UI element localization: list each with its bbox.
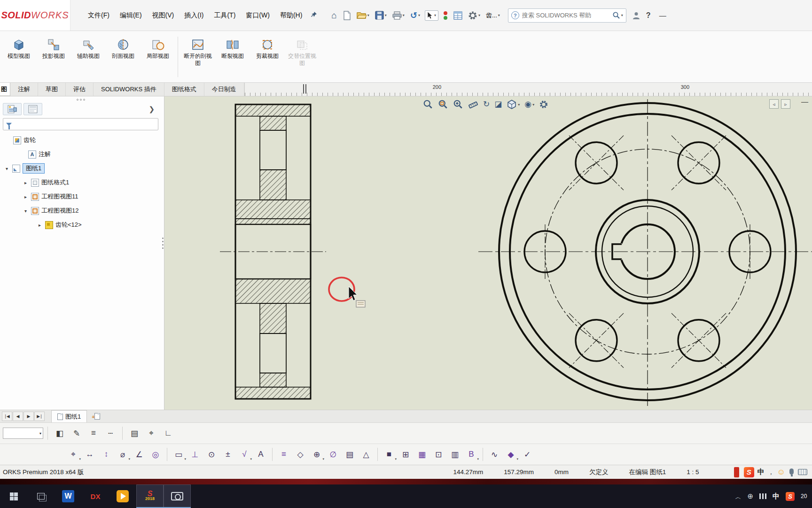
magnetic-line-tool[interactable]: ∿ (487, 447, 502, 462)
geometric-tolerance-tool[interactable]: ◇ (293, 447, 308, 462)
datum-target-tool[interactable]: ⊙ (204, 447, 219, 462)
tree-item-annotations[interactable]: 注解 (2, 147, 159, 161)
tree-item-drawing-view11[interactable]: ▸ 工程图视图11 (2, 190, 159, 204)
hole-callout-tool[interactable]: ◎ (148, 447, 163, 462)
zoom-in-out-button[interactable] (452, 98, 464, 111)
note-tool[interactable]: ▭ (171, 447, 186, 462)
search-dropdown-arrow[interactable]: ▾ (621, 13, 623, 17)
open-dropdown-arrow[interactable]: ▾ (367, 13, 369, 17)
section-view-button[interactable]: 剖面视图 (106, 35, 140, 62)
recent-document-button[interactable]: 齿...▾ (484, 9, 502, 22)
rotate-view-button[interactable]: ↻ (482, 99, 491, 110)
smart-dimension-tool[interactable]: ⌖ (66, 447, 81, 462)
tolerance-dimension-tool[interactable]: ± (220, 447, 235, 462)
print-dropdown-arrow[interactable]: ▾ (403, 13, 405, 17)
detail-view-button[interactable]: 局部视图 (141, 35, 175, 62)
expander-icon[interactable]: ▸ (23, 194, 29, 199)
line-style-button[interactable]: ┄ (103, 426, 118, 441)
expander-icon[interactable]: ▾ (4, 166, 10, 171)
recent-dropdown-arrow[interactable]: ▾ (498, 13, 500, 17)
vertical-dimension-tool[interactable]: ↕ (99, 447, 114, 462)
taskbar-word-button[interactable]: W (55, 484, 82, 508)
tree-item-sheet1[interactable]: ▾ 图纸1 (2, 161, 159, 175)
start-button[interactable] (0, 484, 27, 508)
broken-out-section-button[interactable]: 断开的剖视图 (181, 35, 215, 69)
crop-view-button[interactable]: 剪裁视图 (250, 35, 284, 62)
tree-item-sheet-format1[interactable]: ▸ 图纸格式1 (2, 175, 159, 190)
options-button[interactable]: ▾ (466, 8, 483, 23)
add-sheet-button[interactable] (92, 412, 103, 421)
propertymanager-tab[interactable] (23, 103, 42, 115)
view-settings-button[interactable] (538, 99, 549, 110)
model-view-button[interactable]: 模型视图 (2, 35, 36, 62)
zoom-area-button[interactable] (437, 98, 449, 111)
sogou-ime-icon[interactable]: S (744, 467, 754, 477)
revision-table-tool[interactable]: ▥ (447, 447, 462, 462)
design-table-button[interactable] (451, 9, 465, 22)
model-items-tool[interactable]: ◆ (503, 447, 518, 462)
next-sheet-nav-button[interactable]: ▶ (23, 412, 34, 421)
search-input[interactable] (522, 12, 609, 19)
align-grid-button[interactable]: ∟ (161, 426, 176, 441)
ime-punctuation-indicator[interactable]: ， (768, 468, 774, 476)
panel-expand-chevron[interactable]: ❯ (145, 105, 158, 113)
undo-button[interactable]: ↺▾ (408, 9, 422, 22)
tab-sheet-format[interactable]: 图纸格式 (164, 83, 204, 96)
projected-view-button[interactable]: 投影视图 (37, 35, 70, 62)
hide-show-edges-button[interactable]: ⌖ (144, 426, 159, 441)
menu-window[interactable]: 窗口(W) (241, 8, 275, 23)
taskbar-recorder-button[interactable] (164, 484, 191, 508)
tab-evaluate[interactable]: 评估 (66, 83, 94, 96)
display-style-button[interactable]: ▾ (506, 98, 521, 111)
spell-checker-tool[interactable]: ✓ (520, 447, 535, 462)
emoji-picker-icon[interactable]: ☺ (777, 468, 785, 477)
taskbar-solidworks-button[interactable]: S2018 (136, 484, 164, 508)
datum-feature-tool[interactable]: ⊥ (187, 447, 203, 462)
sheet-tab-sheet1[interactable]: 图纸1 (51, 410, 87, 422)
menu-tools[interactable]: 工具(T) (209, 8, 241, 23)
bom-table-tool[interactable]: B (464, 447, 479, 462)
ime-language-indicator[interactable]: 中 (757, 468, 765, 476)
network-globe-icon[interactable]: ⊕ (747, 492, 753, 500)
expander-icon[interactable]: ▸ (37, 222, 43, 228)
panel-handle[interactable] (2, 97, 159, 102)
expander-icon[interactable]: ▾ (23, 208, 29, 214)
minimize-icon[interactable]: — (656, 11, 669, 19)
print-button[interactable]: ▾ (390, 9, 407, 22)
help-icon[interactable]: ? (646, 11, 651, 20)
open-button[interactable]: ▾ (354, 9, 372, 22)
weld-symbol-tool[interactable]: ≡ (276, 447, 291, 462)
tree-item-drawing-view12[interactable]: ▾ 工程图视图12 (2, 204, 159, 218)
undo-dropdown-arrow[interactable]: ▾ (418, 13, 420, 17)
rebuild-status-icon[interactable] (441, 8, 450, 23)
task-view-button[interactable] (27, 484, 55, 508)
user-account-icon[interactable] (632, 11, 640, 20)
layer-properties-button[interactable]: ◧ (52, 426, 67, 441)
tree-item-gear-document[interactable]: 齿轮 (2, 133, 159, 147)
collapse-pane-icon[interactable]: — (801, 97, 808, 105)
tray-clock[interactable]: 20 (801, 493, 809, 500)
next-sheet-button[interactable]: ▹ (781, 99, 790, 109)
balloon-tool[interactable]: A (253, 447, 268, 462)
menu-edit[interactable]: 编辑(E) (115, 8, 147, 23)
previous-sheet-button[interactable]: ◃ (769, 99, 779, 109)
center-mark-tool[interactable]: ⊕ (309, 447, 324, 462)
block-tool[interactable]: ■ (382, 447, 397, 462)
pin-menu-icon[interactable] (310, 11, 318, 20)
tab-today-manufacture[interactable]: 今日制造 (204, 83, 244, 96)
diameter-dimension-tool[interactable]: ⌀ (115, 447, 130, 462)
centerline-tool[interactable]: ∅ (326, 447, 341, 462)
menu-file[interactable]: 文件(F) (83, 8, 115, 23)
tab-annotation[interactable]: 注解 (10, 83, 38, 96)
angle-dimension-tool[interactable]: ∠ (132, 447, 147, 462)
menu-view[interactable]: 视图(V) (147, 8, 180, 23)
tab-sketch[interactable]: 草图 (38, 83, 66, 96)
general-table-tool[interactable]: ▦ (414, 447, 429, 462)
line-style-combo[interactable]: ▾ (3, 428, 43, 439)
microphone-icon[interactable] (789, 468, 794, 475)
hide-show-items-button[interactable]: ◉▾ (523, 99, 535, 110)
signal-bars-icon[interactable] (759, 493, 766, 499)
featuremanager-tree-tab[interactable] (3, 103, 22, 115)
tab-solidworks-addins[interactable]: SOLIDWORKS 插件 (94, 83, 164, 96)
tray-sogou-icon[interactable]: S (786, 492, 795, 501)
